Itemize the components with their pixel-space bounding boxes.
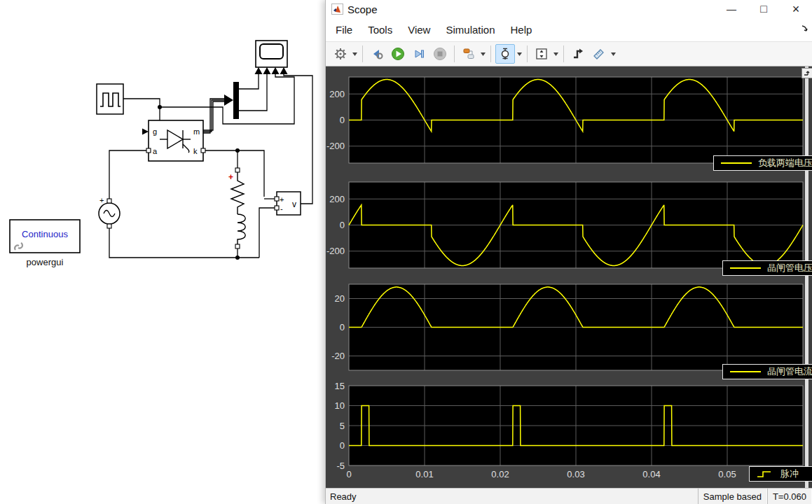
legend-label: 晶闸管电流	[767, 365, 812, 378]
maximize-button[interactable]: □	[748, 0, 780, 18]
legend-thyristor-current[interactable]: 晶闸管电流	[722, 364, 812, 379]
measurements-caret[interactable]	[610, 45, 617, 63]
legend-load-voltage[interactable]: 负载两端电压	[713, 155, 812, 171]
trigger-button[interactable]	[568, 44, 588, 64]
step-back-button[interactable]	[367, 44, 387, 64]
svg-text:0.01: 0.01	[415, 469, 433, 479]
legend-label: 负载两端电压	[758, 157, 812, 169]
svg-text:200: 200	[329, 89, 345, 99]
svg-text:200: 200	[329, 194, 345, 204]
svg-text:20: 20	[335, 293, 345, 304]
scope-plots-panel[interactable]: 2000-2002000-200200-20151050-500.010.020…	[326, 66, 812, 488]
source-plus-sign: +	[99, 196, 104, 204]
menu-item-file[interactable]: File	[326, 18, 360, 41]
status-sample-mode: Sample based	[698, 489, 767, 504]
thyristor-port-label-g: g	[153, 127, 157, 136]
powergui-label: powergui	[27, 257, 64, 267]
scope-axes-svg[interactable]: 2000-2002000-200200-20151050-500.010.020…	[326, 66, 812, 488]
signal-wires	[109, 74, 312, 258]
legend-step-marker	[757, 470, 773, 478]
window-title: Scope	[347, 4, 378, 15]
legend-line-marker	[730, 371, 761, 372]
fit-to-view-button[interactable]	[532, 44, 551, 64]
legend-pulse[interactable]: 脉冲	[749, 466, 812, 482]
simulink-model-canvas: g m a k	[0, 0, 325, 504]
pulse-generator-block[interactable]	[97, 84, 123, 114]
close-button[interactable]: ×	[780, 0, 812, 18]
legend-thyristor-voltage[interactable]: 晶闸管电压	[722, 260, 812, 276]
series-rl-branch-block[interactable]: +	[228, 172, 245, 244]
toolbar	[326, 42, 812, 66]
toolbar-separator	[563, 46, 564, 62]
thyristor-block[interactable]: g m a k	[149, 120, 203, 161]
step-forward-button[interactable]	[409, 44, 429, 64]
zoom-tool-button[interactable]	[495, 44, 515, 64]
menu-item-help[interactable]: Help	[503, 18, 540, 41]
title-bar: Scope — □ ×	[326, 0, 812, 18]
menu-item-view[interactable]: View	[400, 18, 438, 41]
svg-text:10: 10	[335, 400, 345, 411]
legend-label: 脉冲	[780, 468, 799, 480]
menu-overflow-icon[interactable]	[801, 24, 809, 33]
scope-block[interactable]	[255, 41, 288, 74]
scope-window: Scope — □ × File Tools View Simulation H…	[325, 0, 812, 504]
powergui-block[interactable]: Continuous powergui	[10, 220, 80, 267]
matlab-icon	[331, 4, 343, 15]
thyristor-port-label-k: k	[193, 147, 198, 155]
status-ready-text: Ready	[326, 489, 357, 504]
run-button[interactable]	[388, 44, 408, 64]
menu-bar: File Tools View Simulation Help	[326, 18, 812, 42]
settings-gear-button[interactable]	[331, 44, 350, 64]
svg-text:0: 0	[340, 220, 345, 230]
svg-text:0: 0	[340, 115, 345, 125]
svg-text:-200: -200	[326, 246, 345, 256]
toolbar-separator	[490, 46, 491, 62]
stop-button[interactable]	[430, 44, 450, 64]
minimize-button[interactable]: —	[715, 0, 748, 18]
branch-polarity-plus: +	[228, 172, 233, 182]
svg-text:0.05: 0.05	[718, 469, 736, 479]
measurements-button[interactable]	[589, 44, 609, 64]
legend-line-marker	[721, 162, 752, 164]
toolbar-separator	[527, 46, 528, 62]
thyristor-port-label-a: a	[153, 147, 158, 155]
vm-minus-label: -	[280, 204, 283, 213]
toolbar-separator	[454, 46, 455, 62]
electrical-ports	[107, 148, 279, 248]
menu-item-tools[interactable]: Tools	[360, 18, 400, 41]
plots-scrollbar-strip[interactable]	[805, 66, 808, 488]
svg-text:0: 0	[346, 469, 351, 479]
svg-text:0: 0	[340, 322, 345, 332]
model-diagram: g m a k	[0, 0, 325, 504]
zoom-tool-caret[interactable]	[516, 45, 523, 63]
demux-block[interactable]	[233, 82, 239, 119]
settings-dropdown-caret[interactable]	[351, 45, 359, 63]
svg-text:0: 0	[340, 440, 345, 451]
scope-input-ports	[255, 67, 288, 74]
status-sim-time: T=0.060	[767, 489, 812, 504]
svg-text:0.04: 0.04	[642, 469, 660, 479]
svg-text:0.02: 0.02	[491, 469, 509, 479]
plots-corner-button[interactable]	[801, 68, 812, 78]
vm-plus-label: +	[280, 195, 284, 204]
powergui-mode-text: Continuous	[22, 229, 68, 239]
thyristor-port-label-m: m	[193, 127, 200, 136]
toolbar-separator	[362, 46, 363, 62]
status-bar: Ready Sample based T=0.060	[326, 488, 812, 504]
highlight-block-button[interactable]	[459, 44, 479, 64]
vm-v-label: v	[292, 200, 296, 209]
highlight-block-caret[interactable]	[479, 45, 487, 63]
svg-text:0.03: 0.03	[567, 469, 584, 479]
svg-text:5: 5	[340, 421, 345, 431]
svg-text:15: 15	[335, 381, 345, 391]
inductor-icon	[238, 214, 245, 244]
svg-text:-200: -200	[326, 141, 345, 151]
svg-text:-5: -5	[336, 461, 345, 471]
fit-to-view-caret[interactable]	[552, 45, 560, 63]
menu-item-simulation[interactable]: Simulation	[438, 18, 502, 41]
legend-label: 晶闸管电压	[767, 262, 812, 274]
voltage-measurement-block[interactable]: + - v	[277, 192, 301, 215]
legend-line-marker	[730, 267, 761, 269]
svg-text:-20: -20	[331, 351, 345, 361]
